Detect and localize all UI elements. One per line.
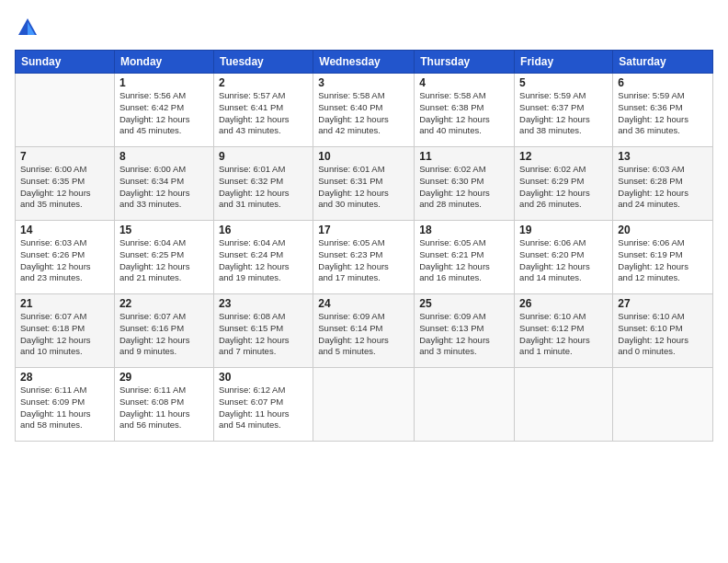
day-number: 14 xyxy=(20,224,109,236)
header-tuesday: Tuesday xyxy=(213,51,313,74)
day-detail: Sunrise: 6:11 AMSunset: 6:09 PMDaylight:… xyxy=(20,385,109,431)
header-sunday: Sunday xyxy=(16,51,115,74)
calendar-cell: 6Sunrise: 5:59 AMSunset: 6:36 PMDaylight… xyxy=(613,74,713,147)
day-detail: Sunrise: 6:05 AMSunset: 6:21 PMDaylight:… xyxy=(419,237,509,284)
calendar-cell: 2Sunrise: 5:57 AMSunset: 6:41 PMDaylight… xyxy=(213,74,313,147)
week-row-1: 1Sunrise: 5:56 AMSunset: 6:42 PMDaylight… xyxy=(16,74,713,147)
day-detail: Sunrise: 6:00 AMSunset: 6:34 PMDaylight:… xyxy=(119,164,209,211)
calendar-cell xyxy=(313,368,415,442)
day-detail: Sunrise: 5:58 AMSunset: 6:38 PMDaylight:… xyxy=(419,90,509,137)
calendar-cell: 3Sunrise: 5:58 AMSunset: 6:40 PMDaylight… xyxy=(313,74,415,147)
day-number: 29 xyxy=(119,371,209,384)
calendar-cell: 23Sunrise: 6:08 AMSunset: 6:15 PMDayligh… xyxy=(213,294,313,368)
day-detail: Sunrise: 6:06 AMSunset: 6:19 PMDaylight:… xyxy=(618,237,708,284)
day-number: 9 xyxy=(219,150,308,163)
calendar-cell: 17Sunrise: 6:05 AMSunset: 6:23 PMDayligh… xyxy=(313,221,415,294)
day-number: 4 xyxy=(419,76,509,89)
calendar-cell: 4Sunrise: 5:58 AMSunset: 6:38 PMDaylight… xyxy=(415,74,515,147)
day-number: 24 xyxy=(318,297,409,310)
day-number: 12 xyxy=(519,150,608,163)
day-number: 11 xyxy=(419,150,509,163)
day-number: 6 xyxy=(618,76,708,89)
day-number: 8 xyxy=(119,150,209,163)
calendar-cell: 12Sunrise: 6:02 AMSunset: 6:29 PMDayligh… xyxy=(515,147,613,221)
day-number: 30 xyxy=(219,371,308,384)
calendar-cell: 10Sunrise: 6:01 AMSunset: 6:31 PMDayligh… xyxy=(313,147,415,221)
day-detail: Sunrise: 5:59 AMSunset: 6:37 PMDaylight:… xyxy=(519,90,608,137)
calendar-cell xyxy=(613,368,713,442)
calendar-cell: 29Sunrise: 6:11 AMSunset: 6:08 PMDayligh… xyxy=(114,368,213,442)
week-row-3: 14Sunrise: 6:03 AMSunset: 6:26 PMDayligh… xyxy=(16,221,713,294)
day-number: 21 xyxy=(20,297,109,310)
header xyxy=(15,15,713,40)
calendar-cell: 22Sunrise: 6:07 AMSunset: 6:16 PMDayligh… xyxy=(114,294,213,368)
day-number: 26 xyxy=(519,297,608,310)
day-detail: Sunrise: 6:12 AMSunset: 6:07 PMDaylight:… xyxy=(219,385,308,431)
calendar-cell: 5Sunrise: 5:59 AMSunset: 6:37 PMDaylight… xyxy=(515,74,613,147)
day-detail: Sunrise: 6:04 AMSunset: 6:24 PMDaylight:… xyxy=(219,237,308,284)
day-number: 28 xyxy=(20,371,109,384)
day-detail: Sunrise: 6:08 AMSunset: 6:15 PMDaylight:… xyxy=(219,311,308,358)
day-number: 1 xyxy=(119,76,209,89)
day-number: 25 xyxy=(419,297,509,310)
header-wednesday: Wednesday xyxy=(313,51,415,74)
day-detail: Sunrise: 5:58 AMSunset: 6:40 PMDaylight:… xyxy=(318,90,409,137)
calendar-table: SundayMondayTuesdayWednesdayThursdayFrid… xyxy=(15,50,713,442)
calendar-cell: 28Sunrise: 6:11 AMSunset: 6:09 PMDayligh… xyxy=(16,368,115,442)
day-detail: Sunrise: 6:10 AMSunset: 6:10 PMDaylight:… xyxy=(618,311,708,358)
day-number: 15 xyxy=(119,224,209,236)
calendar-cell: 11Sunrise: 6:02 AMSunset: 6:30 PMDayligh… xyxy=(415,147,515,221)
day-number: 13 xyxy=(618,150,708,163)
calendar-cell: 21Sunrise: 6:07 AMSunset: 6:18 PMDayligh… xyxy=(16,294,115,368)
week-row-5: 28Sunrise: 6:11 AMSunset: 6:09 PMDayligh… xyxy=(16,368,713,442)
calendar-cell: 14Sunrise: 6:03 AMSunset: 6:26 PMDayligh… xyxy=(16,221,115,294)
calendar-cell: 25Sunrise: 6:09 AMSunset: 6:13 PMDayligh… xyxy=(415,294,515,368)
calendar-cell: 30Sunrise: 6:12 AMSunset: 6:07 PMDayligh… xyxy=(213,368,313,442)
day-number: 7 xyxy=(20,150,109,163)
header-saturday: Saturday xyxy=(613,51,713,74)
day-detail: Sunrise: 6:06 AMSunset: 6:20 PMDaylight:… xyxy=(519,237,608,284)
week-row-2: 7Sunrise: 6:00 AMSunset: 6:35 PMDaylight… xyxy=(16,147,713,221)
day-number: 10 xyxy=(318,150,409,163)
day-detail: Sunrise: 6:02 AMSunset: 6:30 PMDaylight:… xyxy=(419,164,509,211)
day-detail: Sunrise: 6:01 AMSunset: 6:31 PMDaylight:… xyxy=(318,164,409,211)
day-number: 2 xyxy=(219,76,308,89)
day-detail: Sunrise: 6:02 AMSunset: 6:29 PMDaylight:… xyxy=(519,164,608,211)
day-detail: Sunrise: 6:07 AMSunset: 6:16 PMDaylight:… xyxy=(119,311,209,358)
page-container: SundayMondayTuesdayWednesdayThursdayFrid… xyxy=(0,0,728,563)
calendar-body: 1Sunrise: 5:56 AMSunset: 6:42 PMDaylight… xyxy=(16,74,713,442)
calendar-cell: 8Sunrise: 6:00 AMSunset: 6:34 PMDaylight… xyxy=(114,147,213,221)
calendar-cell: 18Sunrise: 6:05 AMSunset: 6:21 PMDayligh… xyxy=(415,221,515,294)
day-number: 17 xyxy=(318,224,409,236)
calendar-cell: 26Sunrise: 6:10 AMSunset: 6:12 PMDayligh… xyxy=(515,294,613,368)
day-detail: Sunrise: 6:09 AMSunset: 6:13 PMDaylight:… xyxy=(419,311,509,358)
day-detail: Sunrise: 5:59 AMSunset: 6:36 PMDaylight:… xyxy=(618,90,708,137)
header-monday: Monday xyxy=(114,51,213,74)
day-detail: Sunrise: 6:03 AMSunset: 6:28 PMDaylight:… xyxy=(618,164,708,211)
day-detail: Sunrise: 6:11 AMSunset: 6:08 PMDaylight:… xyxy=(119,385,209,431)
day-detail: Sunrise: 6:03 AMSunset: 6:26 PMDaylight:… xyxy=(20,237,109,284)
header-thursday: Thursday xyxy=(415,51,515,74)
calendar-cell: 9Sunrise: 6:01 AMSunset: 6:32 PMDaylight… xyxy=(213,147,313,221)
calendar-cell: 7Sunrise: 6:00 AMSunset: 6:35 PMDaylight… xyxy=(16,147,115,221)
day-detail: Sunrise: 6:04 AMSunset: 6:25 PMDaylight:… xyxy=(119,237,209,284)
calendar-cell: 27Sunrise: 6:10 AMSunset: 6:10 PMDayligh… xyxy=(613,294,713,368)
logo-icon xyxy=(15,15,40,40)
day-detail: Sunrise: 6:01 AMSunset: 6:32 PMDaylight:… xyxy=(219,164,308,211)
calendar-cell: 15Sunrise: 6:04 AMSunset: 6:25 PMDayligh… xyxy=(114,221,213,294)
day-number: 3 xyxy=(318,76,409,89)
logo xyxy=(15,15,44,40)
calendar-cell: 24Sunrise: 6:09 AMSunset: 6:14 PMDayligh… xyxy=(313,294,415,368)
calendar-cell: 19Sunrise: 6:06 AMSunset: 6:20 PMDayligh… xyxy=(515,221,613,294)
day-detail: Sunrise: 5:56 AMSunset: 6:42 PMDaylight:… xyxy=(119,90,209,137)
calendar-cell xyxy=(16,74,115,147)
calendar-cell xyxy=(515,368,613,442)
day-number: 27 xyxy=(618,297,708,310)
day-number: 16 xyxy=(219,224,308,236)
calendar-cell xyxy=(415,368,515,442)
day-number: 19 xyxy=(519,224,608,236)
day-detail: Sunrise: 6:05 AMSunset: 6:23 PMDaylight:… xyxy=(318,237,409,284)
calendar-cell: 13Sunrise: 6:03 AMSunset: 6:28 PMDayligh… xyxy=(613,147,713,221)
calendar-cell: 16Sunrise: 6:04 AMSunset: 6:24 PMDayligh… xyxy=(213,221,313,294)
day-number: 22 xyxy=(119,297,209,310)
